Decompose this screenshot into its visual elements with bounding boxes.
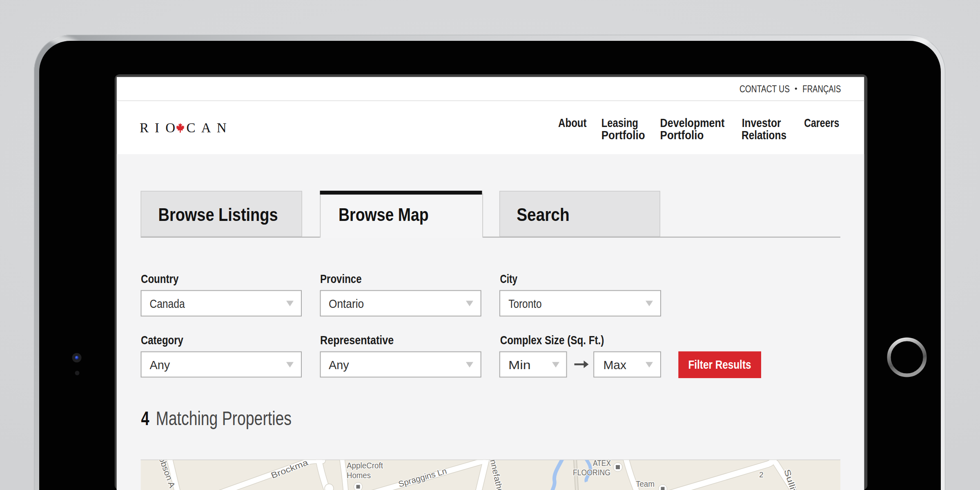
svg-text:Leasing: Leasing: [601, 116, 638, 129]
svg-text:Portfolio: Portfolio: [660, 128, 704, 142]
svg-text:Matching Properties: Matching Properties: [156, 408, 292, 429]
svg-text:Toronto: Toronto: [508, 297, 541, 310]
svg-text:AppleCroft: AppleCroft: [347, 461, 383, 470]
svg-text:Ontario: Ontario: [329, 297, 364, 310]
svg-text:Province: Province: [320, 272, 362, 285]
svg-text:Any: Any: [149, 358, 170, 372]
svg-text:RIO: RIO: [140, 120, 175, 135]
svg-text:Relations: Relations: [742, 128, 786, 142]
svg-text:Search: Search: [517, 205, 569, 225]
svg-text:Browse Listings: Browse Listings: [158, 205, 278, 225]
svg-text:CAN: CAN: [187, 120, 227, 135]
svg-text:FRANÇAIS: FRANÇAIS: [802, 84, 841, 94]
svg-text:4: 4: [141, 408, 149, 429]
svg-text:Max: Max: [603, 358, 626, 372]
svg-text:Filter Results: Filter Results: [688, 358, 751, 371]
svg-text:City: City: [500, 272, 518, 285]
svg-text:Country: Country: [141, 272, 179, 285]
svg-text:FLOORING: FLOORING: [573, 468, 610, 477]
svg-text:Complex Size (Sq. Ft.): Complex Size (Sq. Ft.): [500, 333, 604, 347]
svg-text:Canada: Canada: [149, 297, 185, 310]
svg-text:Any: Any: [329, 358, 349, 372]
svg-text:Team: Team: [636, 479, 655, 488]
svg-text:Portfolio: Portfolio: [601, 128, 645, 142]
svg-text:Min: Min: [508, 358, 531, 372]
svg-text:About: About: [558, 116, 587, 129]
svg-text:Development: Development: [660, 116, 725, 129]
svg-text:Investor: Investor: [742, 116, 781, 129]
svg-text:CONTACT US: CONTACT US: [739, 84, 790, 94]
svg-text:Homes: Homes: [347, 470, 371, 480]
svg-text:Browse Map: Browse Map: [339, 205, 429, 225]
svg-text:Category: Category: [141, 333, 183, 347]
svg-text:2: 2: [759, 470, 764, 479]
svg-text:Careers: Careers: [804, 116, 839, 129]
svg-text:Representative: Representative: [320, 333, 394, 347]
